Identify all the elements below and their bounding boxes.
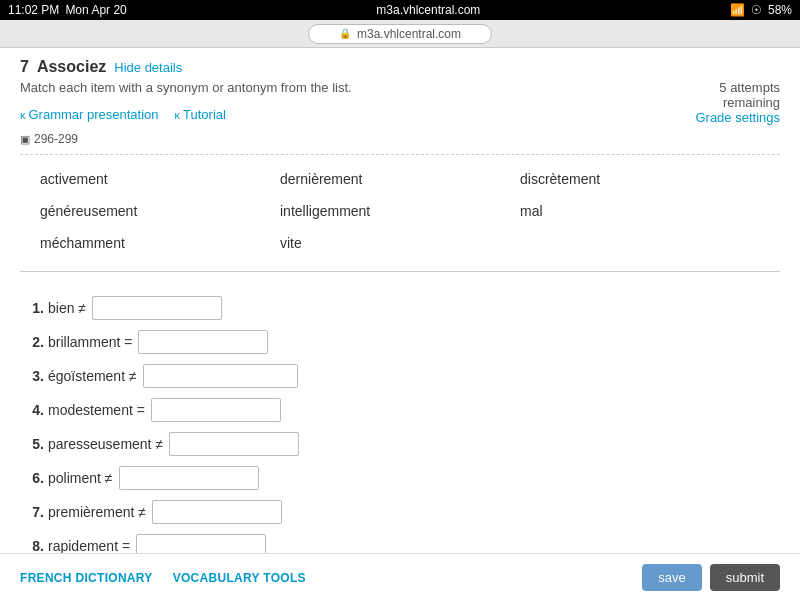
- footer-links: FRENCH DICTIONARY VOCABULARY TOOLS: [20, 571, 306, 585]
- lock-icon: 🔒: [339, 28, 351, 39]
- attempts-box: 5 attempts remaining Grade settings: [695, 80, 780, 125]
- word-mechamment: méchamment: [40, 233, 280, 253]
- question-row-6: 6. poliment ≠: [20, 466, 780, 490]
- answer-input-3[interactable]: [143, 364, 298, 388]
- question-num-5: 5.: [20, 436, 44, 452]
- url-display: m3a.vhlcentral.com: [376, 3, 480, 17]
- question-text-6: poliment ≠: [48, 470, 113, 486]
- main-content: 5 attempts remaining Grade settings 7 As…: [0, 48, 800, 601]
- grammar-presentation-link[interactable]: κ Grammar presentation: [20, 107, 159, 122]
- page-header: 7 Associez Hide details Match each item …: [0, 48, 800, 101]
- questions-section: 1. bien ≠ 2. brillamment = 3. égoïstemen…: [0, 280, 800, 574]
- url-text: m3a.vhlcentral.com: [357, 27, 461, 41]
- submit-button[interactable]: submit: [710, 564, 780, 591]
- question-row-2: 2. brillamment =: [20, 330, 780, 354]
- word-activement: activement: [40, 169, 280, 189]
- question-num-1: 1.: [20, 300, 44, 316]
- hide-details-link[interactable]: Hide details: [114, 60, 182, 75]
- date-display: Mon Apr 20: [65, 3, 126, 17]
- question-row-1: 1. bien ≠: [20, 296, 780, 320]
- question-num-8: 8.: [20, 538, 44, 554]
- answer-input-6[interactable]: [119, 466, 259, 490]
- question-num-2: 2.: [20, 334, 44, 350]
- vocabulary-tools-link[interactable]: VOCABULARY TOOLS: [173, 571, 306, 585]
- url-bar: 🔒 m3a.vhlcentral.com: [308, 24, 492, 44]
- section-number: 7: [20, 58, 29, 76]
- status-indicators: 📶 ☉ 58%: [730, 3, 792, 17]
- question-text-3: égoïstement ≠: [48, 368, 137, 384]
- word-intelligemment: intelligemment: [280, 201, 520, 221]
- book-icon: ▣: [20, 133, 30, 146]
- pages-label: 296-299: [34, 132, 78, 146]
- section-title-text: Associez: [37, 58, 106, 76]
- grade-settings-link[interactable]: Grade settings: [695, 110, 780, 125]
- answer-input-4[interactable]: [151, 398, 281, 422]
- top-divider: [20, 154, 780, 155]
- french-dictionary-link[interactable]: FRENCH DICTIONARY: [20, 571, 153, 585]
- word-vite: vite: [280, 233, 520, 253]
- browser-bar: 🔒 m3a.vhlcentral.com: [0, 20, 800, 48]
- time-display: 11:02 PM: [8, 3, 59, 17]
- links-row: κ Grammar presentation κ Tutorial: [0, 101, 800, 128]
- answer-input-5[interactable]: [169, 432, 299, 456]
- answer-input-2[interactable]: [138, 330, 268, 354]
- status-bar: 11:02 PM Mon Apr 20 m3a.vhlcentral.com 📶…: [0, 0, 800, 20]
- question-text-2: brillamment =: [48, 334, 132, 350]
- question-text-1: bien ≠: [48, 300, 86, 316]
- word-empty: [520, 233, 760, 253]
- battery-display: 58%: [768, 3, 792, 17]
- wifi-icon: 📶: [730, 3, 745, 17]
- status-time: 11:02 PM Mon Apr 20: [8, 3, 127, 17]
- word-genereusement: généreusement: [40, 201, 280, 221]
- answer-input-1[interactable]: [92, 296, 222, 320]
- footer: FRENCH DICTIONARY VOCABULARY TOOLS save …: [0, 553, 800, 601]
- answer-input-7[interactable]: [152, 500, 282, 524]
- question-text-5: paresseusement ≠: [48, 436, 163, 452]
- middle-divider: [20, 271, 780, 272]
- word-mal: mal: [520, 201, 760, 221]
- word-list: activement dernièrement discrètement gén…: [0, 159, 800, 263]
- grammar-icon: κ: [20, 109, 26, 121]
- tutorial-link[interactable]: κ Tutorial: [175, 107, 226, 122]
- remaining-label: remaining: [723, 95, 780, 110]
- question-row-5: 5. paresseusement ≠: [20, 432, 780, 456]
- question-row-7: 7. premièrement ≠: [20, 500, 780, 524]
- question-num-4: 4.: [20, 402, 44, 418]
- pages-ref: ▣ 296-299: [0, 128, 800, 150]
- question-text-7: premièrement ≠: [48, 504, 146, 520]
- location-icon: ☉: [751, 3, 762, 17]
- question-row-4: 4. modestement =: [20, 398, 780, 422]
- footer-buttons: save submit: [642, 564, 780, 591]
- question-num-7: 7.: [20, 504, 44, 520]
- question-row-3: 3. égoïstement ≠: [20, 364, 780, 388]
- grammar-label: Grammar presentation: [29, 107, 159, 122]
- tutorial-icon: κ: [175, 109, 181, 121]
- section-title: 7 Associez Hide details: [20, 58, 780, 76]
- save-button[interactable]: save: [642, 564, 701, 591]
- subtitle-text: Match each item with a synonym or antony…: [20, 80, 780, 95]
- tutorial-label: Tutorial: [183, 107, 226, 122]
- attempts-count: 5 attempts: [719, 80, 780, 95]
- question-text-8: rapidement =: [48, 538, 130, 554]
- question-text-4: modestement =: [48, 402, 145, 418]
- word-dernierement: dernièrement: [280, 169, 520, 189]
- question-num-3: 3.: [20, 368, 44, 384]
- word-discretement: discrètement: [520, 169, 760, 189]
- question-num-6: 6.: [20, 470, 44, 486]
